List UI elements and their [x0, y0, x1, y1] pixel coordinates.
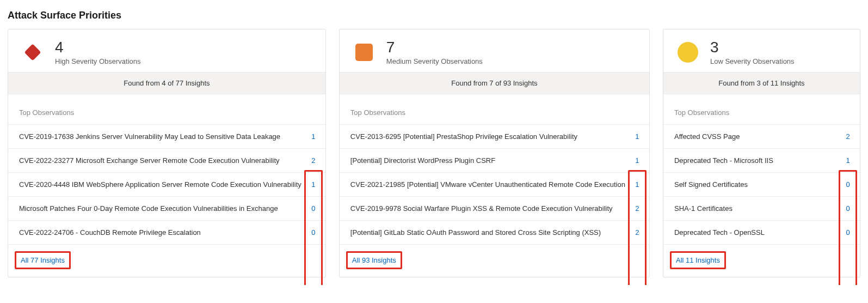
top-observations-label: Top Observations [663, 94, 860, 124]
medium-label: Medium Severity Observations [386, 57, 483, 65]
medium-severity-square-icon [352, 40, 377, 65]
observation-row[interactable]: CVE-2019-9978 Social Warfare Plugin XSS … [340, 196, 649, 220]
card-header: 3 Low Severity Observations [663, 29, 860, 72]
medium-count: 7 [386, 39, 483, 56]
card-header: 7 Medium Severity Observations [340, 29, 649, 72]
observation-text: [Potential] GitLab Static OAuth Password… [344, 228, 630, 237]
observation-row[interactable]: CVE-2013-6295 [Potential] PrestaShop Pri… [340, 124, 649, 148]
top-observations-label: Top Observations [340, 94, 649, 124]
observation-text: Self Signed Certificates [668, 180, 840, 189]
all-insights-link-medium[interactable]: All 93 Insights [346, 251, 402, 269]
observation-text: CVE-2022-23277 Microsoft Exchange Server… [13, 156, 306, 165]
observation-text: CVE-2013-6295 [Potential] PrestaShop Pri… [344, 132, 630, 141]
observation-count[interactable]: 0 [840, 198, 855, 219]
observation-text: Microsoft Patches Four 0-Day Remote Code… [13, 204, 306, 213]
observation-count[interactable]: 1 [840, 150, 855, 171]
observation-count[interactable]: 0 [306, 198, 321, 219]
observation-row[interactable]: CVE-2019-17638 Jenkins Server Vulnerabil… [8, 124, 325, 148]
high-severity-diamond-icon [20, 40, 45, 65]
medium-observation-list: CVE-2013-6295 [Potential] PrestaShop Pri… [340, 124, 649, 244]
low-count: 3 [710, 39, 795, 56]
high-found-summary: Found from 4 of 77 Insights [8, 72, 325, 94]
observation-row[interactable]: Deprecated Tech - Microsoft IIS 1 [663, 148, 860, 172]
svg-point-2 [678, 42, 698, 63]
priority-cards-row: 4 High Severity Observations Found from … [8, 29, 860, 277]
observation-row[interactable]: Microsoft Patches Four 0-Day Remote Code… [8, 196, 325, 220]
observation-text: Deprecated Tech - Microsoft IIS [668, 156, 840, 165]
observation-row[interactable]: SHA-1 Certificates 0 [663, 196, 860, 220]
svg-rect-0 [24, 44, 41, 60]
all-insights-link-high[interactable]: All 77 Insights [15, 251, 71, 269]
observation-count[interactable]: 2 [630, 198, 645, 219]
observation-count[interactable]: 0 [306, 222, 321, 243]
observation-text: CVE-2021-21985 [Potential] VMware vCente… [344, 180, 630, 189]
observation-count[interactable]: 1 [630, 150, 645, 171]
observation-text: Affected CVSS Page [668, 132, 840, 141]
observation-count[interactable]: 2 [630, 222, 645, 243]
high-count: 4 [55, 39, 141, 56]
medium-severity-card: 7 Medium Severity Observations Found fro… [339, 29, 650, 277]
low-label: Low Severity Observations [710, 57, 795, 65]
all-insights-link-low[interactable]: All 11 Insights [670, 251, 726, 269]
observation-count[interactable]: 0 [840, 222, 855, 243]
medium-found-summary: Found from 7 of 93 Insights [340, 72, 649, 94]
observation-count[interactable]: 2 [306, 150, 321, 171]
observation-row[interactable]: CVE-2021-21985 [Potential] VMware vCente… [340, 172, 649, 196]
observation-row[interactable]: Self Signed Certificates 0 [663, 172, 860, 196]
observation-text: Deprecated Tech - OpenSSL [668, 228, 840, 237]
observation-row[interactable]: CVE-2022-24706 - CouchDB Remote Privileg… [8, 220, 325, 244]
observation-row[interactable]: [Potential] GitLab Static OAuth Password… [340, 220, 649, 244]
page-title: Attack Surface Priorities [8, 10, 860, 21]
observation-text: CVE-2019-17638 Jenkins Server Vulnerabil… [13, 132, 306, 141]
observation-count[interactable]: 1 [630, 174, 645, 195]
observation-row[interactable]: CVE-2020-4448 IBM WebSphere Application … [8, 172, 325, 196]
observation-row[interactable]: CVE-2022-23277 Microsoft Exchange Server… [8, 148, 325, 172]
card-header: 4 High Severity Observations [8, 29, 325, 72]
observation-row[interactable]: Deprecated Tech - OpenSSL 0 [663, 220, 860, 244]
high-observation-list: CVE-2019-17638 Jenkins Server Vulnerabil… [8, 124, 325, 244]
observation-count[interactable]: 1 [306, 174, 321, 195]
observation-count[interactable]: 1 [306, 126, 321, 147]
observation-text: SHA-1 Certificates [668, 204, 840, 213]
top-observations-label: Top Observations [8, 94, 325, 124]
low-severity-card: 3 Low Severity Observations Found from 3… [663, 29, 860, 277]
observation-text: CVE-2020-4448 IBM WebSphere Application … [13, 180, 306, 189]
high-severity-card: 4 High Severity Observations Found from … [8, 29, 326, 277]
observation-row[interactable]: [Potential] Directorist WordPress Plugin… [340, 148, 649, 172]
observation-row[interactable]: Affected CVSS Page 2 [663, 124, 860, 148]
low-observation-list: Affected CVSS Page 2 Deprecated Tech - M… [663, 124, 860, 244]
low-found-summary: Found from 3 of 11 Insights [663, 72, 860, 94]
observation-count[interactable]: 0 [840, 174, 855, 195]
svg-rect-1 [355, 44, 373, 61]
observation-text: CVE-2022-24706 - CouchDB Remote Privileg… [13, 228, 306, 237]
high-label: High Severity Observations [55, 57, 141, 65]
observation-text: [Potential] Directorist WordPress Plugin… [344, 156, 630, 165]
observation-count[interactable]: 2 [840, 126, 855, 147]
observation-text: CVE-2019-9978 Social Warfare Plugin XSS … [344, 204, 630, 213]
observation-count[interactable]: 1 [630, 126, 645, 147]
low-severity-circle-icon [675, 40, 700, 65]
